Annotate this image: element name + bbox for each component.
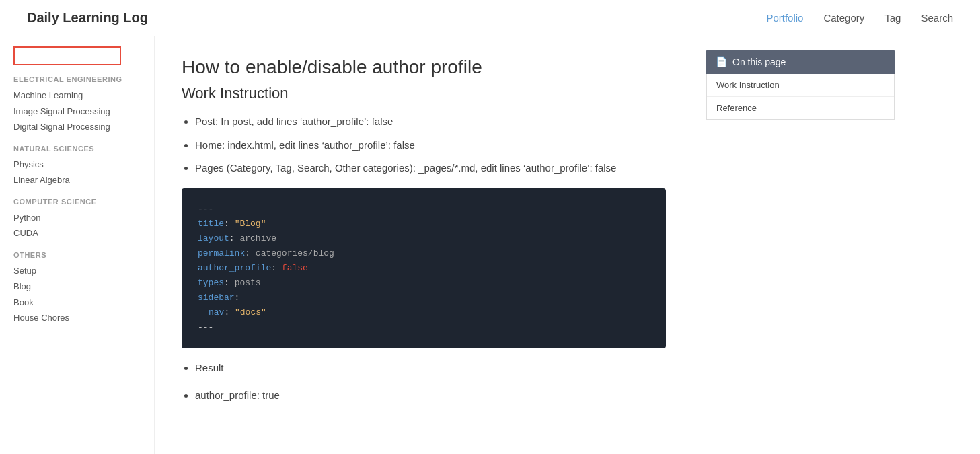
sidebar-section-natural: NATURAL SCIENCES bbox=[13, 145, 141, 153]
toc-item-reference[interactable]: Reference bbox=[707, 97, 894, 119]
code-line-title: title: "Blog" bbox=[198, 217, 650, 231]
sidebar-link-isp[interactable]: Image Signal Processing bbox=[13, 104, 141, 120]
list-item-post: Post: In post, add lines ‘author_profile… bbox=[195, 114, 666, 130]
code-line-sidebar: sidebar: bbox=[198, 291, 650, 305]
sidebar-link-physics[interactable]: Physics bbox=[13, 157, 141, 173]
result-list: Result bbox=[195, 361, 666, 376]
site-title[interactable]: Daily Learning Log bbox=[27, 10, 148, 26]
toc-header-label: On this page bbox=[732, 56, 786, 67]
sidebar-search-box[interactable] bbox=[13, 46, 121, 65]
result-item-value: author_profile: true bbox=[195, 388, 666, 404]
sidebar: ELECTRICAL ENGINEERING Machine Learning … bbox=[0, 36, 155, 454]
nav-category[interactable]: Category bbox=[823, 12, 864, 24]
code-line-permalink: permalink: categories/blog bbox=[198, 246, 650, 261]
sidebar-section-others: OTHERS bbox=[13, 251, 141, 259]
toc-panel: 📄 On this page Work Instruction Referenc… bbox=[693, 36, 908, 454]
result-value-list: author_profile: true bbox=[195, 388, 666, 404]
list-item-pages: Pages (Category, Tag, Search, Other cate… bbox=[195, 161, 666, 176]
sidebar-link-dsp[interactable]: Digital Signal Processing bbox=[13, 119, 141, 135]
sidebar-link-book[interactable]: Book bbox=[13, 295, 141, 311]
toc-item-work-instruction[interactable]: Work Instruction bbox=[707, 74, 894, 97]
toc-header: 📄 On this page bbox=[706, 50, 895, 74]
instruction-list: Post: In post, add lines ‘author_profile… bbox=[195, 114, 666, 176]
code-line-layout: layout: archive bbox=[198, 231, 650, 246]
code-line-author: author_profile: false bbox=[198, 261, 650, 276]
main-content: How to enable/disable author profile Wor… bbox=[155, 36, 693, 454]
sidebar-link-blog[interactable]: Blog bbox=[13, 278, 141, 295]
sidebar-section-electrical: ELECTRICAL ENGINEERING bbox=[13, 75, 141, 83]
sidebar-link-house-chores[interactable]: House Chores bbox=[13, 310, 141, 326]
code-line-nav: nav: "docs" bbox=[198, 305, 650, 320]
sidebar-link-setup[interactable]: Setup bbox=[13, 263, 141, 279]
page-title: How to enable/disable author profile bbox=[182, 56, 666, 78]
layout: ELECTRICAL ENGINEERING Machine Learning … bbox=[0, 36, 980, 454]
code-line-dashes-bottom: --- bbox=[198, 320, 650, 335]
list-item-home: Home: index.html, edit lines ‘author_pro… bbox=[195, 138, 666, 153]
code-block: --- title: "Blog" layout: archive permal… bbox=[182, 188, 666, 349]
sidebar-section-cs: COMPUTER SCIENCE bbox=[13, 198, 141, 206]
result-item-label: Result bbox=[195, 361, 666, 376]
code-line-dashes-top: --- bbox=[198, 202, 650, 217]
sidebar-link-linear-algebra[interactable]: Linear Algebra bbox=[13, 172, 141, 188]
main-nav: Portfolio Category Tag Search bbox=[766, 12, 953, 24]
nav-portfolio[interactable]: Portfolio bbox=[766, 12, 803, 24]
code-line-types: types: posts bbox=[198, 276, 650, 291]
sidebar-link-python[interactable]: Python bbox=[13, 210, 141, 226]
header: Daily Learning Log Portfolio Category Ta… bbox=[0, 0, 980, 36]
nav-tag[interactable]: Tag bbox=[884, 12, 901, 24]
toc-icon: 📄 bbox=[716, 56, 727, 67]
sidebar-link-cuda[interactable]: CUDA bbox=[13, 225, 141, 241]
toc-body: Work Instruction Reference bbox=[706, 74, 895, 120]
nav-search[interactable]: Search bbox=[921, 12, 953, 24]
sidebar-link-ml[interactable]: Machine Learning bbox=[13, 87, 141, 104]
section-title: Work Instruction bbox=[182, 85, 666, 102]
